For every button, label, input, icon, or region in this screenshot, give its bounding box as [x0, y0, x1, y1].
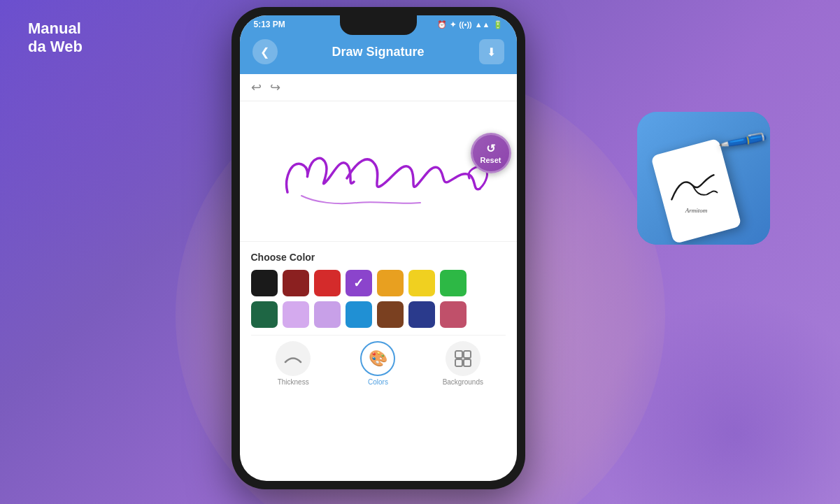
thickness-icon-wrap — [276, 341, 311, 376]
phone-notch — [340, 15, 417, 35]
tab-colors[interactable]: 🎨 Colors — [336, 341, 420, 386]
tab-backgrounds[interactable]: Backgrounds — [420, 341, 505, 386]
back-button[interactable]: ❮ — [252, 39, 278, 64]
signature-area[interactable]: ↺ Reset — [240, 101, 517, 241]
color-swatch-lilac[interactable] — [314, 301, 341, 328]
svg-rect-2 — [455, 359, 462, 366]
backgrounds-label: Backgrounds — [443, 378, 483, 386]
colors-icon-wrap: 🎨 — [360, 341, 395, 376]
status-icons: ⏰ ✦ ((•)) ▲▲ 🔋 — [437, 20, 502, 29]
colors-label: Colors — [368, 378, 388, 386]
color-panel-header: Choose Color ✓ — [240, 241, 517, 390]
color-swatch-blue[interactable] — [346, 301, 372, 328]
undo-button[interactable]: ↩ — [251, 80, 262, 95]
redo-button[interactable]: ↪ — [270, 80, 280, 95]
phone-frame: 5:13 PM ⏰ ✦ ((•)) ▲▲ 🔋 ❮ Draw Signature … — [232, 7, 525, 489]
color-swatch-red[interactable] — [314, 270, 341, 296]
download-button[interactable]: ⬇ — [479, 39, 504, 64]
color-swatch-navy[interactable] — [408, 301, 435, 328]
color-swatch-darkgreen[interactable] — [251, 301, 278, 328]
color-swatch-green[interactable] — [440, 270, 467, 296]
color-swatch-brown[interactable] — [377, 301, 404, 328]
logo: Manual da Web — [28, 20, 83, 57]
color-swatch-black[interactable] — [251, 270, 278, 296]
color-row-1: ✓ — [251, 270, 506, 296]
color-swatch-darkred[interactable] — [283, 270, 309, 296]
reset-button[interactable]: ↺ Reset — [471, 133, 511, 173]
color-swatch-pink[interactable] — [440, 301, 467, 328]
backgrounds-icon-wrap — [446, 341, 480, 376]
svg-rect-0 — [455, 351, 462, 358]
color-panel-title: Choose Color — [251, 252, 506, 263]
drawing-toolbar: ↩ ↪ — [240, 74, 517, 101]
color-row-2 — [251, 301, 506, 328]
color-swatch-lavender[interactable] — [283, 301, 309, 328]
svg-rect-3 — [464, 359, 471, 366]
phone-screen: 5:13 PM ⏰ ✦ ((•)) ▲▲ 🔋 ❮ Draw Signature … — [240, 15, 517, 481]
thickness-label: Thickness — [278, 378, 309, 386]
color-swatch-purple-selected[interactable]: ✓ — [346, 270, 372, 296]
app-icon: Armitom 🖊️ — [637, 112, 770, 245]
header-title: Draw Signature — [332, 45, 424, 59]
app-header: ❮ Draw Signature ⬇ — [240, 32, 517, 74]
logo-line2: da Web — [28, 38, 83, 56]
status-time: 5:13 PM — [254, 20, 285, 29]
tab-thickness[interactable]: Thickness — [251, 341, 336, 386]
bottom-tabs: Thickness 🎨 Colors — [251, 335, 506, 390]
color-swatch-orange[interactable] — [377, 270, 404, 296]
color-swatch-yellow[interactable] — [408, 270, 435, 296]
logo-line1: Manual — [28, 20, 83, 38]
svg-rect-1 — [464, 351, 471, 358]
